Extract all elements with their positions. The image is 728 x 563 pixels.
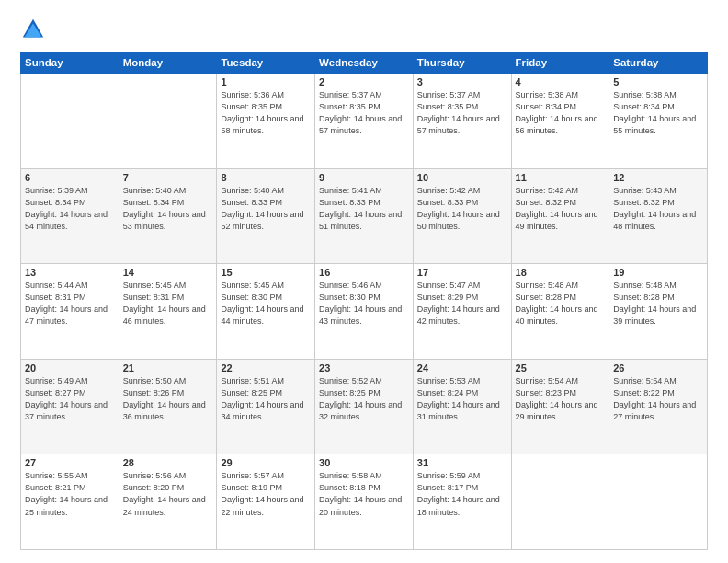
calendar-cell: 10Sunrise: 5:42 AMSunset: 8:33 PMDayligh… — [413, 168, 511, 264]
calendar-cell: 23Sunrise: 5:52 AMSunset: 8:25 PMDayligh… — [315, 359, 414, 454]
calendar-cell: 16Sunrise: 5:46 AMSunset: 8:30 PMDayligh… — [315, 264, 414, 360]
day-number: 23 — [319, 362, 409, 373]
day-info: Sunrise: 5:40 AMSunset: 8:33 PMDaylight:… — [221, 185, 311, 233]
day-number: 16 — [319, 267, 409, 278]
calendar-cell: 9Sunrise: 5:41 AMSunset: 8:33 PMDaylight… — [315, 168, 414, 264]
day-info: Sunrise: 5:38 AMSunset: 8:34 PMDaylight:… — [516, 89, 606, 137]
calendar-cell: 12Sunrise: 5:43 AMSunset: 8:32 PMDayligh… — [609, 168, 708, 264]
weekday-header-row: SundayMondayTuesdayWednesdayThursdayFrid… — [21, 52, 708, 74]
page: SundayMondayTuesdayWednesdayThursdayFrid… — [0, 0, 728, 563]
day-number: 15 — [221, 267, 311, 278]
calendar-cell — [21, 74, 119, 169]
day-info: Sunrise: 5:44 AMSunset: 8:31 PMDaylight:… — [25, 280, 115, 327]
day-info: Sunrise: 5:48 AMSunset: 8:28 PMDaylight:… — [516, 280, 606, 327]
weekday-header-tuesday: Tuesday — [217, 52, 315, 74]
weekday-header-sunday: Sunday — [21, 52, 119, 74]
day-number: 29 — [221, 457, 311, 468]
day-info: Sunrise: 5:52 AMSunset: 8:25 PMDaylight:… — [319, 375, 409, 423]
day-number: 10 — [417, 172, 507, 183]
day-info: Sunrise: 5:54 AMSunset: 8:22 PMDaylight:… — [613, 375, 703, 423]
calendar-cell: 15Sunrise: 5:45 AMSunset: 8:30 PMDayligh… — [217, 264, 315, 360]
calendar-cell: 4Sunrise: 5:38 AMSunset: 8:34 PMDaylight… — [511, 74, 609, 169]
calendar-cell: 14Sunrise: 5:45 AMSunset: 8:31 PMDayligh… — [119, 264, 217, 360]
week-row-3: 13Sunrise: 5:44 AMSunset: 8:31 PMDayligh… — [21, 264, 708, 360]
day-info: Sunrise: 5:45 AMSunset: 8:31 PMDaylight:… — [123, 280, 213, 327]
weekday-header-friday: Friday — [511, 52, 609, 74]
day-info: Sunrise: 5:41 AMSunset: 8:33 PMDaylight:… — [319, 185, 409, 233]
day-number: 24 — [417, 362, 507, 373]
day-number: 11 — [516, 172, 606, 183]
calendar-cell: 22Sunrise: 5:51 AMSunset: 8:25 PMDayligh… — [217, 359, 315, 454]
day-number: 3 — [417, 76, 507, 87]
day-info: Sunrise: 5:40 AMSunset: 8:34 PMDaylight:… — [123, 185, 213, 233]
week-row-2: 6Sunrise: 5:39 AMSunset: 8:34 PMDaylight… — [21, 168, 708, 264]
day-number: 1 — [221, 76, 311, 87]
calendar-cell: 6Sunrise: 5:39 AMSunset: 8:34 PMDaylight… — [21, 168, 119, 264]
day-info: Sunrise: 5:54 AMSunset: 8:23 PMDaylight:… — [516, 375, 606, 423]
calendar-cell: 8Sunrise: 5:40 AMSunset: 8:33 PMDaylight… — [217, 168, 315, 264]
day-number: 28 — [123, 457, 213, 468]
day-number: 7 — [123, 172, 213, 183]
calendar-cell: 30Sunrise: 5:58 AMSunset: 8:18 PMDayligh… — [315, 454, 414, 550]
day-number: 2 — [319, 76, 409, 87]
day-number: 30 — [319, 457, 409, 468]
logo-icon — [20, 17, 46, 42]
day-info: Sunrise: 5:45 AMSunset: 8:30 PMDaylight:… — [221, 280, 311, 327]
calendar-cell — [609, 454, 708, 550]
calendar-cell: 2Sunrise: 5:37 AMSunset: 8:35 PMDaylight… — [315, 74, 414, 169]
day-info: Sunrise: 5:53 AMSunset: 8:24 PMDaylight:… — [417, 375, 507, 423]
day-number: 4 — [516, 76, 606, 87]
calendar-cell: 28Sunrise: 5:56 AMSunset: 8:20 PMDayligh… — [119, 454, 217, 550]
calendar-cell: 19Sunrise: 5:48 AMSunset: 8:28 PMDayligh… — [609, 264, 708, 360]
day-info: Sunrise: 5:37 AMSunset: 8:35 PMDaylight:… — [417, 89, 507, 137]
day-number: 21 — [123, 362, 213, 373]
day-number: 13 — [25, 267, 115, 278]
day-number: 17 — [417, 267, 507, 278]
calendar-cell: 5Sunrise: 5:38 AMSunset: 8:34 PMDaylight… — [609, 74, 708, 169]
day-info: Sunrise: 5:50 AMSunset: 8:26 PMDaylight:… — [123, 375, 213, 423]
calendar-cell: 21Sunrise: 5:50 AMSunset: 8:26 PMDayligh… — [119, 359, 217, 454]
day-number: 12 — [613, 172, 703, 183]
day-info: Sunrise: 5:57 AMSunset: 8:19 PMDaylight:… — [221, 470, 311, 518]
calendar-cell: 7Sunrise: 5:40 AMSunset: 8:34 PMDaylight… — [119, 168, 217, 264]
day-info: Sunrise: 5:56 AMSunset: 8:20 PMDaylight:… — [123, 470, 213, 518]
weekday-header-thursday: Thursday — [413, 52, 511, 74]
day-info: Sunrise: 5:58 AMSunset: 8:18 PMDaylight:… — [319, 470, 409, 518]
calendar-cell: 20Sunrise: 5:49 AMSunset: 8:27 PMDayligh… — [21, 359, 119, 454]
weekday-header-wednesday: Wednesday — [315, 52, 414, 74]
calendar-cell: 31Sunrise: 5:59 AMSunset: 8:17 PMDayligh… — [413, 454, 511, 550]
calendar-cell — [511, 454, 609, 550]
weekday-header-saturday: Saturday — [609, 52, 708, 74]
day-info: Sunrise: 5:37 AMSunset: 8:35 PMDaylight:… — [319, 89, 409, 137]
day-number: 9 — [319, 172, 409, 183]
day-number: 8 — [221, 172, 311, 183]
calendar-table: SundayMondayTuesdayWednesdayThursdayFrid… — [20, 52, 708, 550]
day-info: Sunrise: 5:49 AMSunset: 8:27 PMDaylight:… — [25, 375, 115, 423]
day-info: Sunrise: 5:48 AMSunset: 8:28 PMDaylight:… — [613, 280, 703, 327]
day-info: Sunrise: 5:43 AMSunset: 8:32 PMDaylight:… — [613, 185, 703, 233]
calendar-cell: 29Sunrise: 5:57 AMSunset: 8:19 PMDayligh… — [217, 454, 315, 550]
calendar-cell: 11Sunrise: 5:42 AMSunset: 8:32 PMDayligh… — [511, 168, 609, 264]
day-number: 20 — [25, 362, 115, 373]
day-info: Sunrise: 5:42 AMSunset: 8:33 PMDaylight:… — [417, 185, 507, 233]
calendar-cell: 24Sunrise: 5:53 AMSunset: 8:24 PMDayligh… — [413, 359, 511, 454]
logo — [20, 17, 50, 42]
weekday-header-monday: Monday — [119, 52, 217, 74]
calendar-cell: 1Sunrise: 5:36 AMSunset: 8:35 PMDaylight… — [217, 74, 315, 169]
day-info: Sunrise: 5:39 AMSunset: 8:34 PMDaylight:… — [25, 185, 115, 233]
calendar-cell: 25Sunrise: 5:54 AMSunset: 8:23 PMDayligh… — [511, 359, 609, 454]
day-info: Sunrise: 5:51 AMSunset: 8:25 PMDaylight:… — [221, 375, 311, 423]
calendar-cell: 26Sunrise: 5:54 AMSunset: 8:22 PMDayligh… — [609, 359, 708, 454]
calendar-cell: 18Sunrise: 5:48 AMSunset: 8:28 PMDayligh… — [511, 264, 609, 360]
day-info: Sunrise: 5:59 AMSunset: 8:17 PMDaylight:… — [417, 470, 507, 518]
header — [20, 17, 708, 42]
day-number: 31 — [417, 457, 507, 468]
day-number: 6 — [25, 172, 115, 183]
day-info: Sunrise: 5:46 AMSunset: 8:30 PMDaylight:… — [319, 280, 409, 327]
week-row-5: 27Sunrise: 5:55 AMSunset: 8:21 PMDayligh… — [21, 454, 708, 550]
day-info: Sunrise: 5:55 AMSunset: 8:21 PMDaylight:… — [25, 470, 115, 518]
day-number: 25 — [516, 362, 606, 373]
day-info: Sunrise: 5:36 AMSunset: 8:35 PMDaylight:… — [221, 89, 311, 137]
day-info: Sunrise: 5:38 AMSunset: 8:34 PMDaylight:… — [613, 89, 703, 137]
calendar-cell: 17Sunrise: 5:47 AMSunset: 8:29 PMDayligh… — [413, 264, 511, 360]
